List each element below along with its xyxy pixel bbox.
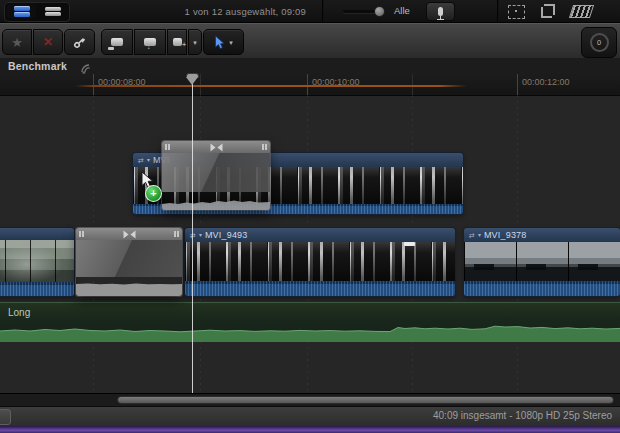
microphone-icon	[438, 7, 443, 16]
index-list-icon	[14, 6, 30, 11]
edit-marker	[404, 242, 415, 246]
background-window-strip	[0, 426, 620, 433]
render-progress-ring: 0	[590, 33, 609, 52]
background-tasks-button[interactable]: 0	[581, 27, 617, 58]
reject-x-icon: ✕	[43, 36, 53, 48]
distort-icon[interactable]	[569, 5, 594, 18]
trim-handle-icon	[165, 144, 170, 150]
project-summary: 40:09 insgesamt - 1080p HD 25p Stereo	[212, 410, 612, 421]
clip-type-icon: ⇄	[138, 157, 144, 164]
clip-title-bar: ⇄ ▾ MVI_9493	[185, 228, 455, 242]
clip-label: MVI_9378	[484, 231, 527, 240]
clip-filmstrip	[185, 242, 455, 281]
clip-filmstrip	[464, 242, 620, 281]
drop-placeholder-clip[interactable]	[76, 228, 182, 296]
ghost-body	[76, 240, 182, 277]
ghost-waveform	[76, 277, 182, 296]
chevron-down-icon: ▾	[193, 39, 197, 46]
clip-label: MVI_9493	[205, 231, 248, 240]
audio-clip-label: Long	[8, 307, 30, 318]
trim-handle-icon	[174, 231, 179, 237]
transform-icon[interactable]	[508, 5, 525, 19]
status-corner-button[interactable]	[0, 409, 11, 425]
primary-clip-landscape[interactable]	[0, 228, 74, 296]
clip-caret-icon: ▾	[199, 232, 202, 238]
transition-bowtie-icon	[209, 143, 224, 152]
clip-title-bar: ⇄ ▾ MVI_9378	[464, 228, 620, 242]
appearance-lines-icon	[45, 7, 61, 11]
drag-ghost-clip[interactable]	[162, 141, 270, 210]
key-icon	[72, 35, 87, 50]
append-clip-icon: +	[173, 38, 182, 46]
audio-skimming-button[interactable]	[426, 2, 455, 21]
clip-caret-icon: ▾	[147, 157, 150, 163]
boat-silhouettes	[464, 264, 620, 270]
project-title: Benchmark	[8, 60, 67, 72]
insert-clip-icon: ↓	[144, 38, 156, 46]
fcp-timeline-window: 1 von 12 ausgewählt, 09:09 Alle ★ ✕	[0, 0, 620, 433]
timeline-index-toggle[interactable]	[7, 4, 36, 18]
primary-clip-mvi-9493[interactable]: ⇄ ▾ MVI_9493	[185, 228, 455, 296]
appearance-toggle[interactable]	[38, 4, 67, 18]
clip-caret-icon: ▾	[478, 232, 481, 238]
select-tool-button[interactable]: ▾	[203, 29, 244, 55]
clip-title-bar	[0, 228, 74, 240]
audio-waveform	[0, 318, 620, 342]
clip-audio-waveform	[464, 281, 620, 296]
selection-status: 1 von 12 ausgewählt, 09:09	[104, 6, 306, 17]
clip-audio-waveform	[0, 282, 74, 296]
trim-handle-icon	[79, 231, 84, 237]
ghost-title-bar	[76, 228, 182, 240]
star-icon: ★	[11, 36, 23, 49]
clip-appearance-value: Alle	[394, 5, 410, 16]
top-toolbar: 1 von 12 ausgewählt, 09:09 Alle	[0, 0, 620, 22]
append-clip-button[interactable]: +	[167, 29, 187, 55]
reject-button[interactable]: ✕	[33, 29, 63, 55]
clip-filmstrip	[0, 240, 74, 282]
render-count: 0	[597, 38, 601, 47]
chevron-down-icon: ▾	[229, 39, 233, 46]
transition-bowtie-icon	[122, 230, 137, 239]
horizontal-scrollbar-thumb[interactable]	[117, 396, 614, 404]
ghost-waveform	[162, 192, 270, 210]
clip-audio-waveform	[185, 281, 455, 296]
trim-handle-icon	[262, 144, 267, 150]
clip-range-indicator	[75, 85, 467, 87]
audio-clip-long[interactable]: Long	[0, 302, 620, 342]
playhead-line[interactable]	[192, 74, 193, 393]
edit-tools-menu-button[interactable]: ▾	[188, 29, 202, 55]
slider-knob[interactable]	[374, 6, 385, 17]
toolbar-separator	[497, 0, 499, 22]
view-toggle-group	[4, 2, 70, 22]
connect-clip-button[interactable]	[101, 29, 133, 55]
toolbar-separator	[322, 0, 324, 22]
ghost-body	[162, 153, 270, 192]
ruler-tick-label: 00:00:12:00	[522, 77, 570, 87]
add-clip-badge: +	[145, 185, 162, 202]
insert-clip-button[interactable]: ↓	[134, 29, 166, 55]
ghost-title-bar	[162, 141, 270, 153]
playhead-handle[interactable]	[186, 73, 199, 85]
favorite-button[interactable]: ★	[2, 29, 32, 55]
select-arrow-icon	[214, 35, 225, 50]
keyword-button[interactable]	[64, 29, 95, 55]
clip-type-icon: ⇄	[469, 232, 475, 239]
crop-icon[interactable]	[541, 4, 554, 17]
connect-clip-icon	[111, 38, 123, 46]
primary-clip-mvi-9378[interactable]: ⇄ ▾ MVI_9378	[464, 228, 620, 296]
